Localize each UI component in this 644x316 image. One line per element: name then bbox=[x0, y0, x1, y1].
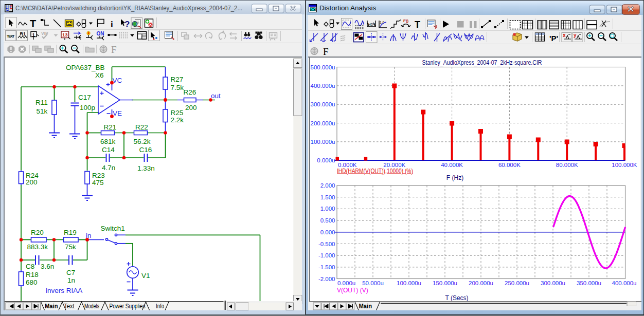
svg-text:out: out bbox=[211, 92, 221, 100]
svg-text:0.000: 0.000 bbox=[320, 229, 335, 235]
svg-text:VIP: VIP bbox=[41, 31, 48, 36]
svg-text:Main: Main bbox=[359, 303, 372, 310]
svg-text:F (Hz): F (Hz) bbox=[446, 174, 463, 181]
svg-text:13: 13 bbox=[62, 32, 68, 38]
svg-text:7.5k: 7.5k bbox=[171, 84, 184, 91]
svg-text:F: F bbox=[323, 46, 329, 57]
svg-text:Distortion Analysis: Distortion Analysis bbox=[319, 4, 377, 12]
svg-text:400.000u: 400.000u bbox=[311, 83, 335, 89]
svg-text:R23: R23 bbox=[92, 172, 105, 179]
svg-text:V1: V1 bbox=[141, 272, 150, 280]
svg-text:R11: R11 bbox=[35, 99, 48, 106]
svg-text:R25: R25 bbox=[171, 109, 184, 117]
svg-text:3.6n: 3.6n bbox=[41, 263, 54, 270]
svg-text:V(OUT) (V): V(OUT) (V) bbox=[337, 287, 368, 294]
svg-text:250.000u: 250.000u bbox=[505, 280, 529, 286]
svg-text:C:\MC9\DATA\Petrov\switching d: C:\MC9\DATA\Petrov\switching distortion\… bbox=[15, 4, 242, 12]
svg-text:F: F bbox=[111, 44, 117, 55]
svg-text:100.000K: 100.000K bbox=[612, 162, 637, 168]
svg-text:T: T bbox=[30, 18, 36, 29]
svg-text:x: x bbox=[563, 32, 566, 38]
svg-text:T (Secs): T (Secs) bbox=[445, 294, 468, 302]
svg-text:HD4: HD4 bbox=[368, 23, 375, 26]
svg-text:0.500: 0.500 bbox=[320, 217, 335, 224]
svg-text:200: 200 bbox=[26, 178, 38, 186]
svg-text:56.2k: 56.2k bbox=[134, 138, 151, 145]
svg-text:Main: Main bbox=[45, 303, 58, 310]
svg-text:VC: VC bbox=[113, 77, 122, 84]
svg-text:R21: R21 bbox=[104, 123, 117, 131]
svg-text:0.000u: 0.000u bbox=[317, 157, 335, 163]
svg-text:500.000u: 500.000u bbox=[311, 64, 335, 70]
svg-text:Stanley_AudioXpress_2004-07_2k: Stanley_AudioXpress_2004-07_2kHz-square.… bbox=[422, 59, 542, 66]
svg-text:R22: R22 bbox=[135, 123, 148, 131]
svg-text:in: in bbox=[86, 232, 92, 239]
svg-text:IHD(HARM(V(OUT)),10000) (%): IHD(HARM(V(OUT)),10000) (%) bbox=[337, 168, 413, 175]
svg-text:-1.500: -1.500 bbox=[318, 264, 335, 270]
svg-text:invers RIAA: invers RIAA bbox=[46, 287, 82, 294]
svg-text:1.33n: 1.33n bbox=[137, 164, 155, 172]
svg-text:R20: R20 bbox=[31, 229, 44, 236]
svg-text:350.000u: 350.000u bbox=[577, 280, 601, 286]
svg-text:C7: C7 bbox=[66, 269, 75, 276]
svg-text:-0.500: -0.500 bbox=[318, 241, 335, 247]
svg-text:150.000u: 150.000u bbox=[433, 280, 457, 286]
svg-text:200.000u: 200.000u bbox=[311, 120, 335, 126]
svg-text:100p: 100p bbox=[80, 104, 95, 111]
svg-text:0.000u: 0.000u bbox=[337, 280, 355, 286]
svg-text:T: T bbox=[415, 20, 420, 30]
svg-text:C16: C16 bbox=[139, 146, 152, 154]
svg-text:50.000u: 50.000u bbox=[362, 280, 384, 286]
svg-text:OPA637_BB: OPA637_BB bbox=[66, 64, 105, 71]
svg-text:R19: R19 bbox=[64, 229, 77, 236]
svg-text:2.000: 2.000 bbox=[320, 182, 335, 189]
svg-text:400.000u: 400.000u bbox=[612, 280, 637, 286]
svg-text:4.7n: 4.7n bbox=[102, 164, 115, 172]
svg-text:883.3k: 883.3k bbox=[27, 243, 48, 251]
svg-text:200: 200 bbox=[185, 104, 197, 111]
svg-text:75k: 75k bbox=[65, 243, 76, 251]
svg-text:40.000K: 40.000K bbox=[441, 162, 463, 168]
svg-text:100.000u: 100.000u bbox=[311, 139, 335, 145]
svg-text:R26: R26 bbox=[184, 88, 196, 96]
svg-text:'P': 'P' bbox=[549, 34, 558, 43]
svg-text:Switch1: Switch1 bbox=[101, 225, 125, 232]
svg-text:X6: X6 bbox=[95, 71, 104, 79]
svg-text:681k: 681k bbox=[100, 138, 116, 145]
svg-text:680: 680 bbox=[26, 278, 38, 286]
svg-text:Power Supplies: Power Supplies bbox=[110, 303, 146, 310]
svg-text:60.000K: 60.000K bbox=[498, 162, 521, 168]
svg-text:ON: ON bbox=[97, 31, 104, 36]
svg-text:2.2k: 2.2k bbox=[171, 116, 184, 124]
svg-text:1n: 1n bbox=[67, 276, 75, 284]
svg-text:300.000u: 300.000u bbox=[311, 101, 335, 107]
svg-text:-2.000: -2.000 bbox=[318, 276, 335, 282]
svg-text:C14: C14 bbox=[102, 146, 115, 154]
svg-text:1.500: 1.500 bbox=[320, 194, 335, 200]
svg-text:TEXT: TEXT bbox=[7, 34, 15, 39]
svg-text:200.000u: 200.000u bbox=[469, 280, 493, 286]
svg-text:-1.000: -1.000 bbox=[318, 252, 335, 258]
svg-text:100.000u: 100.000u bbox=[397, 280, 421, 286]
svg-text:VE: VE bbox=[113, 109, 122, 117]
svg-text:51k: 51k bbox=[37, 107, 48, 115]
svg-text:R18: R18 bbox=[26, 271, 39, 278]
svg-text:Info: Info bbox=[156, 303, 164, 310]
svg-text:300.000u: 300.000u bbox=[541, 280, 565, 286]
svg-text:y: y bbox=[574, 32, 577, 38]
svg-text:1.000: 1.000 bbox=[320, 206, 335, 212]
svg-text:Text: Text bbox=[64, 303, 75, 310]
svg-text:1: 1 bbox=[32, 32, 35, 38]
svg-text:80.000K: 80.000K bbox=[556, 162, 578, 168]
svg-text:1.0: 1.0 bbox=[380, 21, 384, 24]
svg-text:F(): F() bbox=[403, 18, 409, 23]
svg-text:R27: R27 bbox=[171, 76, 184, 83]
svg-text:i: i bbox=[111, 20, 113, 29]
svg-text:C17: C17 bbox=[78, 94, 91, 101]
svg-text:?: ? bbox=[124, 20, 130, 29]
svg-text:Models: Models bbox=[84, 303, 99, 310]
svg-text:C8: C8 bbox=[26, 263, 34, 270]
svg-text:475: 475 bbox=[92, 179, 104, 187]
svg-text:R1: R1 bbox=[20, 31, 26, 36]
